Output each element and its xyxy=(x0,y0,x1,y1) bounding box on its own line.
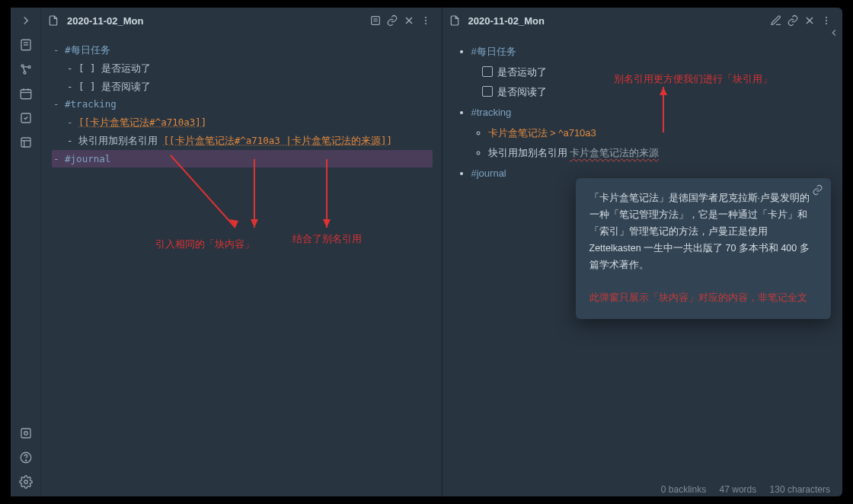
svg-point-19 xyxy=(25,460,26,461)
popover-text: 「卡片盒笔记法」是德国学者尼克拉斯·卢曼发明的一种「笔记管理方法」，它是一种通过… xyxy=(589,190,817,273)
rail-graph-icon[interactable] xyxy=(19,62,33,76)
list-item: #tracking 卡片盒笔记法 > ^a710a3 块引用加别名引用 卡片盒笔… xyxy=(471,104,834,163)
svg-rect-16 xyxy=(21,429,30,438)
tag[interactable]: #journal xyxy=(65,153,110,164)
svg-point-38 xyxy=(826,20,827,21)
list-item: #每日任务 是否运动了 是否阅读了 xyxy=(471,43,834,102)
preview-title: 2020-11-02_Mon xyxy=(468,15,768,27)
checkbox-item[interactable]: 是否阅读了 xyxy=(482,83,834,102)
rail-vault-icon[interactable] xyxy=(19,426,33,440)
svg-point-3 xyxy=(21,65,24,67)
popover-link-icon[interactable] xyxy=(812,184,823,202)
svg-line-7 xyxy=(23,67,24,72)
rail-settings-icon[interactable] xyxy=(19,475,33,489)
hover-popover: 「卡片盒笔记法」是德国学者尼克拉斯·卢曼发明的一种「笔记管理方法」，它是一种通过… xyxy=(576,178,831,319)
editor-line: - 块引用加别名引用 [[卡片盒笔记法#^a710a3 |卡片盒笔记法的来源]] xyxy=(53,132,433,150)
svg-point-26 xyxy=(424,17,426,18)
split-panes: 2020-11-02_Mon - #每日任务 - [ ] 是否运动了 - [ ]… xyxy=(41,8,842,496)
app-window: 2020-11-02_Mon - #每日任务 - [ ] 是否运动了 - [ ]… xyxy=(11,8,842,496)
tag[interactable]: #tracking xyxy=(471,107,512,118)
tag[interactable]: #tracking xyxy=(65,98,117,110)
preview-pane: 2020-11-02_Mon #每日任务 是否运动了 是否阅读了 #tracki… xyxy=(442,8,843,496)
svg-point-5 xyxy=(24,72,26,74)
tag[interactable]: #每日任务 xyxy=(65,44,110,56)
preview-tab-header: 2020-11-02_Mon xyxy=(442,8,843,33)
checkbox-icon[interactable] xyxy=(482,86,493,97)
status-chars: 130 characters xyxy=(770,484,830,495)
svg-point-37 xyxy=(826,17,827,18)
editor-pane: 2020-11-02_Mon - #每日任务 - [ ] 是否运动了 - [ ]… xyxy=(41,8,442,496)
link-icon[interactable] xyxy=(384,12,401,29)
editor-line: - xyxy=(53,98,65,110)
svg-marker-32 xyxy=(251,219,258,228)
activity-rail xyxy=(11,8,41,496)
annotation-text: 结合了别名引用 xyxy=(292,230,362,249)
svg-point-28 xyxy=(424,23,426,24)
close-icon[interactable] xyxy=(401,12,417,29)
close-icon[interactable] xyxy=(801,12,818,29)
wikilink[interactable]: [[卡片盒笔记法#^a710a3]] xyxy=(78,116,206,128)
popover-annotation: 此弹窗只展示「块内容」对应的内容，非笔记全文 xyxy=(589,290,817,305)
svg-marker-34 xyxy=(323,219,331,228)
annotation-text: 引入相同的「块内容」 xyxy=(155,235,254,254)
more-icon[interactable] xyxy=(417,12,434,29)
list-item: 卡片盒笔记法 > ^a710a3 xyxy=(488,124,834,143)
svg-rect-13 xyxy=(21,138,30,147)
editor-line: - [[卡片盒笔记法#^a710a3]] xyxy=(53,113,433,132)
tag[interactable]: #journal xyxy=(471,167,506,179)
svg-point-4 xyxy=(28,66,30,69)
edit-icon[interactable] xyxy=(768,12,784,29)
collapse-right-icon[interactable] xyxy=(829,27,839,41)
svg-point-20 xyxy=(24,480,27,484)
svg-rect-8 xyxy=(21,90,31,99)
editor-line: - xyxy=(53,44,65,56)
status-words: 47 words xyxy=(720,484,757,495)
svg-marker-30 xyxy=(229,219,238,228)
editor-line: - [ ] 是否运动了 xyxy=(53,59,433,78)
rail-template-icon[interactable] xyxy=(19,136,33,149)
toggle-preview-icon[interactable] xyxy=(367,12,384,29)
svg-point-17 xyxy=(24,432,27,435)
more-icon[interactable] xyxy=(818,12,835,29)
block-link[interactable]: 卡片盒笔记法 > ^a710a3 xyxy=(488,127,596,139)
svg-point-27 xyxy=(424,20,426,21)
wikilink[interactable]: [[卡片盒笔记法#^a710a3 |卡片盒笔记法的来源]] xyxy=(164,135,392,146)
checkbox-item[interactable]: 是否运动了 xyxy=(482,63,834,82)
alias-link[interactable]: 卡片盒笔记法的来源 xyxy=(570,147,659,158)
list-item: 块引用加别名引用 卡片盒笔记法的来源 xyxy=(488,144,834,163)
editor-title: 2020-11-02_Mon xyxy=(67,15,367,27)
svg-rect-21 xyxy=(371,17,379,25)
svg-point-39 xyxy=(826,23,827,24)
status-bar: 0 backlinks 47 words 130 characters xyxy=(650,484,830,495)
rail-daily-icon[interactable] xyxy=(19,111,33,125)
rail-calendar-icon[interactable] xyxy=(19,87,33,100)
tag[interactable]: #每日任务 xyxy=(471,46,516,57)
file-icon xyxy=(449,14,461,27)
link-icon[interactable] xyxy=(784,12,801,29)
editor-body[interactable]: - #每日任务 - [ ] 是否运动了 - [ ] 是否阅读了 - #track… xyxy=(41,33,442,496)
preview-body[interactable]: #每日任务 是否运动了 是否阅读了 #tracking 卡片盒笔记法 > ^a7… xyxy=(442,33,843,496)
editor-line-active: - #journal xyxy=(52,150,433,168)
rail-help-icon[interactable] xyxy=(19,451,33,464)
status-backlinks[interactable]: 0 backlinks xyxy=(661,484,706,495)
rail-notes-icon[interactable] xyxy=(19,38,33,52)
rail-chevron-icon[interactable] xyxy=(19,14,33,27)
file-icon xyxy=(47,14,59,27)
editor-line: - [ ] 是否阅读了 xyxy=(53,78,433,96)
checkbox-icon[interactable] xyxy=(482,66,493,77)
editor-tab-header: 2020-11-02_Mon xyxy=(41,8,442,33)
